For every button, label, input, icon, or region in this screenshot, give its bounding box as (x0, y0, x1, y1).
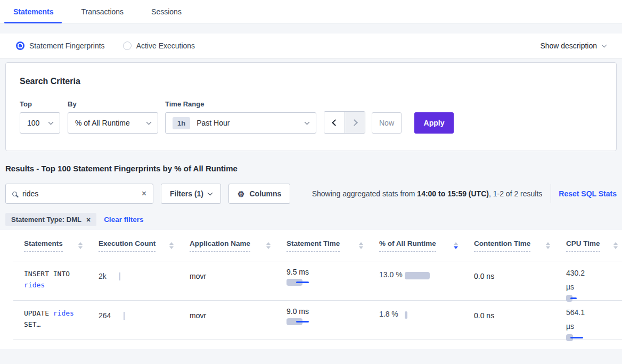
table-row: UPDATE rides SET… 264 movr 9.0 ms 1.8 % … (13, 301, 622, 340)
gear-icon: ⚙ (238, 190, 244, 198)
cpu-time-cell: 430.2 µs (566, 261, 622, 302)
clear-search-icon[interactable]: × (142, 189, 146, 198)
radio-active-executions[interactable]: Active Executions (123, 42, 195, 50)
vertical-divider (551, 184, 551, 203)
application-name-cell: movr (190, 261, 287, 302)
sort-toggle[interactable] (359, 242, 363, 249)
search-criteria-card: Search Criteria Top 100 By % of All Runt… (5, 62, 617, 151)
search-icon (12, 192, 17, 196)
next-time-button[interactable] (345, 112, 365, 133)
stats-time-range: 14:00 to 15:59 (UTC) (417, 189, 489, 198)
results-heading: Results - Top 100 Statement Fingerprints… (5, 164, 617, 173)
view-toggle-bar: Statement Fingerprints Active Executions… (0, 34, 622, 58)
contention-time-cell: 0.0 ns (474, 301, 566, 342)
time-range-select[interactable]: 1h Past Hour (165, 112, 316, 134)
count-bar (124, 312, 125, 320)
statement-time-bar (287, 279, 374, 286)
sort-toggle[interactable] (546, 242, 550, 249)
sort-toggle-active-desc[interactable] (454, 242, 458, 249)
search-input[interactable] (22, 189, 142, 198)
contention-time-cell: 0.0 ns (474, 261, 566, 302)
pct-runtime-cell: 1.8 % (379, 301, 474, 342)
results-controls-row: × Filters (1) ⚙ Columns Showing aggregat… (5, 184, 617, 204)
statement-link[interactable]: rides (24, 281, 45, 289)
radio-unselected-icon (123, 42, 132, 50)
tab-transactions[interactable]: Transactions (81, 7, 124, 16)
pct-runtime-cell: 13.0 % (379, 261, 474, 302)
statements-table: Statements Execution Count Application N… (0, 230, 622, 349)
previous-time-button[interactable] (324, 112, 345, 133)
radio-label: Statement Fingerprints (29, 42, 105, 50)
show-description-toggle[interactable]: Show description (540, 42, 606, 50)
sql-activity-tabbar: Statements Transactions Sessions (0, 0, 622, 23)
column-header-cpu-time[interactable]: CPU Time (566, 230, 622, 261)
statement-link[interactable]: rides (53, 309, 74, 317)
cpu-time-bar (566, 295, 622, 302)
sort-toggle[interactable] (266, 242, 271, 249)
column-header-statements[interactable]: Statements (24, 230, 99, 261)
application-name-cell: movr (190, 301, 287, 342)
tab-statements[interactable]: Statements (13, 7, 53, 16)
time-range-label: Time Range (165, 100, 316, 108)
statement-time-cell: 9.5 ms (287, 261, 379, 302)
statement-time-cell: 9.0 ms (287, 301, 379, 342)
table-header-row: Statements Execution Count Application N… (13, 230, 622, 261)
filter-chip-statement-type[interactable]: Statement Type: DML × (5, 213, 96, 226)
execution-count-cell: 264 (99, 301, 190, 342)
columns-button-label: Columns (249, 189, 281, 198)
filters-button[interactable]: Filters (1) (161, 184, 221, 204)
now-button[interactable]: Now (372, 112, 402, 134)
statement-search-box[interactable]: × (5, 184, 153, 204)
chevron-down-icon (48, 119, 54, 125)
pct-runtime-bar (405, 311, 407, 319)
time-range-field: Time Range 1h Past Hour (158, 100, 316, 134)
execution-count-cell: 2k (99, 261, 190, 302)
filters-button-label: Filters (1) (170, 189, 203, 198)
search-criteria-title: Search Criteria (20, 77, 602, 86)
show-description-label: Show description (540, 42, 597, 50)
sort-toggle[interactable] (78, 242, 83, 249)
time-range-value: Past Hour (197, 119, 230, 127)
chevron-down-icon (146, 119, 152, 125)
statement-fingerprint-cell[interactable]: UPDATE rides SET… (24, 301, 89, 342)
column-header-statement-time[interactable]: Statement Time (287, 230, 379, 261)
chevron-down-icon (305, 119, 310, 125)
column-header-execution-count[interactable]: Execution Count (99, 230, 190, 261)
chevron-left-icon (332, 119, 339, 126)
time-nav-group (324, 111, 365, 134)
radio-statement-fingerprints[interactable]: Statement Fingerprints (16, 42, 105, 50)
cpu-time-cell: 564.1 µs (566, 301, 622, 342)
column-header-contention-time[interactable]: Contention Time (474, 230, 566, 261)
chevron-right-icon (351, 119, 358, 126)
by-label: By (68, 100, 158, 108)
pct-runtime-bar (405, 272, 430, 279)
filter-chip-row: Statement Type: DML × Clear filters (5, 213, 617, 226)
statement-fingerprint-cell[interactable]: INSERT INTO rides (24, 261, 89, 302)
active-tab-underline (4, 22, 62, 23)
top-select[interactable]: 100 (20, 112, 60, 134)
remove-filter-icon[interactable]: × (86, 216, 91, 224)
time-range-badge: 1h (173, 117, 190, 129)
clear-filters-link[interactable]: Clear filters (104, 216, 143, 224)
filter-chip-label: Statement Type: DML (11, 216, 81, 224)
radio-label: Active Executions (136, 42, 195, 50)
by-field: By % of All Runtime (60, 100, 158, 134)
chevron-down-icon (208, 190, 213, 195)
sort-toggle[interactable] (169, 242, 174, 249)
cpu-time-bar (566, 334, 622, 342)
top-field: Top 100 (20, 100, 60, 134)
radio-selected-icon (16, 42, 24, 50)
tab-sessions[interactable]: Sessions (151, 7, 182, 16)
column-header-application-name[interactable]: Application Name (190, 230, 287, 261)
apply-button[interactable]: Apply (414, 112, 454, 134)
sort-toggle[interactable] (613, 242, 618, 249)
chevron-down-icon (602, 42, 607, 47)
count-bar (119, 272, 120, 280)
by-select-value: % of All Runtime (75, 119, 130, 127)
top-select-value: 100 (27, 119, 39, 127)
column-header-pct-of-all-runtime[interactable]: % of All Runtime (379, 230, 474, 261)
reset-sql-stats-link[interactable]: Reset SQL Stats (559, 189, 617, 198)
columns-button[interactable]: ⚙ Columns (228, 184, 290, 204)
by-select[interactable]: % of All Runtime (68, 112, 158, 134)
aggregated-stats-text: Showing aggregated stats from 14:00 to 1… (312, 189, 543, 198)
